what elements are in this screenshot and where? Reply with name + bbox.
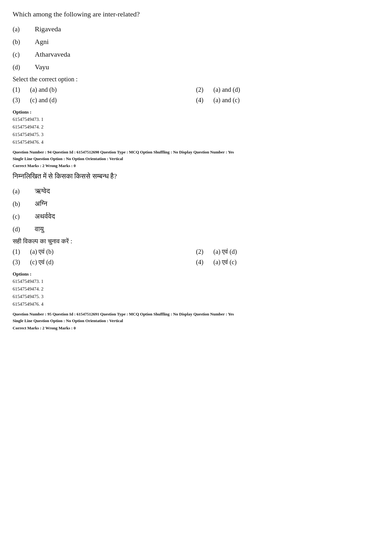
option-93-c: (c) Atharvaveda — [13, 50, 379, 59]
marks-94: Correct Marks : 2 Wrong Marks : 0 — [13, 163, 379, 168]
answer-num-4: (4) — [196, 97, 213, 104]
question-94-block: निम्नलिखित में से किसका किससे सम्बन्ध है… — [13, 171, 379, 308]
option-label-a: (a) — [13, 26, 35, 33]
option-94-value-d: वायु — [35, 225, 44, 233]
option-93-d: (d) Vayu — [13, 63, 379, 71]
answer-94-num-2: (2) — [196, 248, 213, 255]
select-instruction-94: सही विकल्प का चुनाव करें : — [13, 238, 379, 245]
options-line-94-2: 61547549474. 2 — [13, 285, 379, 293]
answer-93-4: (4) (a) and (c) — [196, 97, 379, 104]
answer-94-val-1: (a) एवं (b) — [30, 248, 54, 255]
options-label-93: Options : — [13, 109, 379, 115]
option-94-a: (a) ऋग्वेद — [13, 187, 379, 195]
answer-94-val-2: (a) एवं (d) — [213, 248, 237, 255]
meta-94-line1: Question Number : 94 Question Id : 61547… — [13, 149, 379, 156]
option-94-d: (d) वायु — [13, 225, 379, 233]
answer-94-num-3: (3) — [13, 259, 30, 266]
select-instruction-93: Select the correct option : — [13, 76, 379, 83]
marks-95: Correct Marks : 2 Wrong Marks : 0 — [13, 326, 379, 331]
options-line-93-2: 61547549474. 2 — [13, 123, 379, 131]
answer-94-val-4: (a) एवं (c) — [213, 259, 236, 266]
answer-93-3: (3) (c) and (d) — [13, 97, 196, 104]
option-value-c: Atharvaveda — [35, 50, 70, 59]
answer-94-val-3: (c) एवं (d) — [30, 259, 54, 266]
answer-93-1: (1) (a) and (b) — [13, 86, 196, 93]
question-93-block: Which among the following are inter-rela… — [13, 9, 379, 146]
option-label-d: (d) — [13, 64, 35, 71]
options-label-94: Options : — [13, 271, 379, 277]
options-line-93-3: 61547549475. 3 — [13, 131, 379, 138]
option-94-label-d: (d) — [13, 226, 35, 233]
option-94-value-b: अग्नि — [35, 200, 47, 208]
question-94-text: निम्नलिखित में से किसका किससे सम्बन्ध है… — [13, 171, 379, 181]
option-label-c: (c) — [13, 51, 35, 58]
option-94-label-c: (c) — [13, 213, 35, 220]
option-94-value-c: अथर्ववेद — [35, 212, 55, 221]
answer-94-1: (1) (a) एवं (b) — [13, 248, 196, 255]
meta-94-line2: Single Line Question Option : No Option … — [13, 156, 379, 162]
answer-val-1: (a) and (b) — [30, 86, 57, 93]
answer-94-num-1: (1) — [13, 248, 30, 255]
answer-grid-94: (1) (a) एवं (b) (2) (a) एवं (d) (3) (c) … — [13, 248, 379, 266]
answer-94-2: (2) (a) एवं (d) — [196, 248, 379, 255]
answer-val-2: (a) and (d) — [213, 86, 240, 93]
option-94-c: (c) अथर्ववेद — [13, 212, 379, 221]
option-value-b: Agni — [35, 38, 49, 46]
option-94-label-a: (a) — [13, 188, 35, 195]
answer-val-3: (c) and (d) — [30, 97, 57, 104]
answer-num-2: (2) — [196, 86, 213, 93]
option-93-a: (a) Rigaveda — [13, 25, 379, 33]
option-94-label-b: (b) — [13, 200, 35, 208]
option-94-b: (b) अग्नि — [13, 200, 379, 208]
answer-num-1: (1) — [13, 86, 30, 93]
options-line-94-3: 61547549475. 3 — [13, 293, 379, 300]
option-94-value-a: ऋग्वेद — [35, 187, 50, 195]
options-line-94-1: 61547549473. 1 — [13, 278, 379, 285]
options-line-93-1: 61547549473. 1 — [13, 115, 379, 123]
option-value-a: Rigaveda — [35, 25, 61, 33]
meta-94: Question Number : 94 Question Id : 61547… — [13, 149, 379, 162]
option-value-d: Vayu — [35, 63, 49, 71]
answer-val-4: (a) and (c) — [213, 97, 240, 104]
options-section-94: Options : 61547549473. 1 61547549474. 2 … — [13, 271, 379, 308]
answer-94-3: (3) (c) एवं (d) — [13, 259, 196, 266]
meta-95-line1: Question Number : 95 Question Id : 61547… — [13, 311, 379, 318]
options-section-93: Options : 61547549473. 1 61547549474. 2 … — [13, 109, 379, 146]
answer-94-num-4: (4) — [196, 259, 213, 266]
meta-95-line2: Single Line Question Option : No Option … — [13, 318, 379, 324]
answer-num-3: (3) — [13, 97, 30, 104]
meta-95: Question Number : 95 Question Id : 61547… — [13, 311, 379, 324]
answer-94-4: (4) (a) एवं (c) — [196, 259, 379, 266]
question-93-text: Which among the following are inter-rela… — [13, 9, 379, 19]
options-line-93-4: 61547549476. 4 — [13, 138, 379, 146]
option-label-b: (b) — [13, 38, 35, 46]
answer-93-2: (2) (a) and (d) — [196, 86, 379, 93]
option-93-b: (b) Agni — [13, 38, 379, 46]
answer-grid-93: (1) (a) and (b) (2) (a) and (d) (3) (c) … — [13, 86, 379, 104]
options-line-94-4: 61547549476. 4 — [13, 300, 379, 308]
